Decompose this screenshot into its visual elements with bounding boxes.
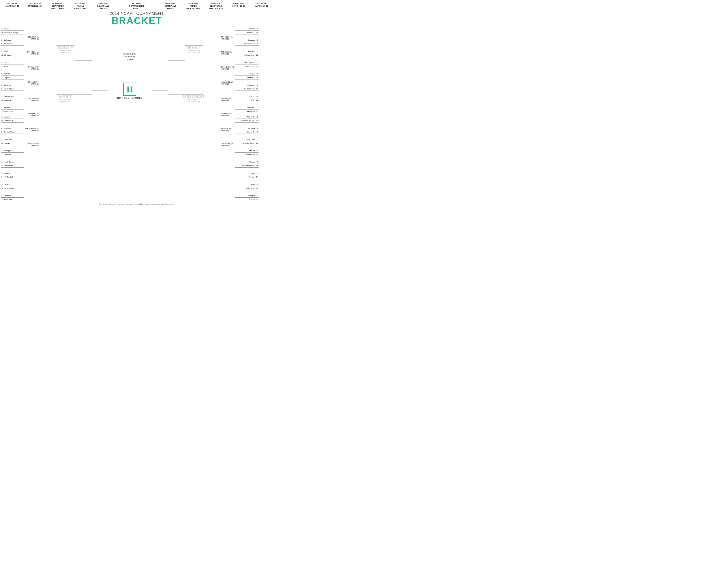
right-r4 [168,27,185,124]
left-locations: ORLANDO, FLMARCH 22 SAN DIEGO, CAMARCH 2… [24,27,39,149]
col-header-9: REGIONALSEMIFINALS March 27–28 [205,2,227,10]
south-r2-slot3 [39,64,56,68]
center-section: AT&T STADIUMARLINGTON,TEXAS H HUFFPOST S… [108,27,152,99]
left-r5 [92,27,108,151]
team-s1: 1Florida [1,27,24,31]
team-s3: 3Syracuse [1,83,24,87]
team-s13: 13Tulsa [1,64,24,68]
east-r2-slot1 [39,92,56,96]
team-e9: 9George Wash. [1,130,24,134]
team-e3: 3Iowa St. [1,171,24,175]
team-e4: 4Michigan St. [1,149,24,152]
bracket-wrapper: 2ND ROUND March 20–21 3RD ROUND March 22… [0,0,274,207]
east-r2-slot2 [39,107,56,111]
loc-south-3: BUFFALO, NYMARCH 22 [24,64,39,72]
midwest-r2-slot4 [203,137,220,141]
team-w13: N. Mexico St.13 [235,64,259,68]
loc-east-1: RALEIGH, NCMARCH 23 [24,96,39,104]
col-header-10: 3RD ROUND March 22–23 [227,2,250,10]
left-r4 [75,27,92,124]
bracket-body: 1Florida 16Albany/MS Mary's 8Colorado 9P… [1,27,274,201]
west-r2-slot3 [203,64,220,68]
team-s12: 12SF Austin [1,53,24,57]
loc-east-2: SPOKANE, WAMARCH 22 [24,111,39,119]
col-header-8: REGIONALFINALS March 29–30 [182,2,205,10]
team-m12: NC State/Xavier12 [235,141,259,145]
left-semifinal-slot [92,87,108,91]
left-r2 [39,27,56,141]
huffpost-logo: H HUFFPOST SPORTS [117,83,142,99]
west-r2-slot4 [203,79,220,83]
team-w2: Wisconsin2 [235,106,259,109]
midwest-r2-slot3 [203,122,220,126]
bracket-label: BRACKET [1,16,273,26]
loc-midwest-1: ST. LOUIS, MOMARCH 23 [220,96,235,104]
right-r1-teams: Arizona1 Weber St.16 Gonzaga8 Oklahoma S… [235,27,259,201]
south-r3-slot2 [56,57,75,61]
team-e6: 6North Carolina [1,160,24,164]
team-s6: 6Ohio St. [1,72,24,76]
team-m1: Wichita St.1 [235,115,259,119]
team-e12: 12Harvard [1,141,24,145]
midwest-r2-slot2 [203,107,220,111]
col-header-2: 3RD ROUND March 22–23 [24,2,46,10]
east-r2-slot4 [39,137,56,141]
south-r4-slot [75,57,92,61]
west-r2-slot1 [203,34,220,38]
team-w6: Baylor6 [235,72,259,76]
south-r2-slot1 [39,34,56,38]
team-w16: Weber St.16 [235,31,259,34]
natl-champ-slot1 [116,40,143,44]
col-header-11: 2ND ROUND March 20–21 [250,2,273,10]
team-m9: Kansas St.9 [235,130,259,134]
bracket-title: 2014 NCAA TOURNAMENT BRACKET [1,11,273,26]
right-semifinal-slot [152,87,168,91]
team-s7: 7New Mexico [1,94,24,98]
loc-midwest-4: MILWAUKEE, WIMARCH 22 [220,141,235,149]
team-m8: Kentucky8 [235,126,259,130]
team-w4: San Diego St.4 [235,61,259,64]
team-e2: 2Villanova [1,194,24,197]
east-r2-slot3 [39,122,56,126]
team-e15: 15Milwaukee [1,197,24,201]
south-r2-slot4 [39,79,56,83]
east-r3-slot2 [56,106,75,110]
team-s2: 2Kansas [1,106,24,109]
team-w15: American15 [235,109,259,113]
team-w10: BYU10 [235,98,259,102]
team-w1: Arizona1 [235,27,259,31]
team-s15: 15Eastern Ky. [1,109,24,113]
team-w8: Gonzaga8 [235,38,259,42]
team-m15: Wofford15 [235,197,259,201]
huffpost-text: HUFFPOST SPORTS [117,97,142,99]
team-e8: 8Memphis [1,126,24,130]
loc-midwest-2: ORLANDO, FLMARCH 22 [220,111,235,119]
loc-east-4: BUFFALO, NYMARCH 22 [24,141,39,149]
col-header-6: NATIONALCHAMPIONSHIP April 7 [114,2,159,10]
west-r2-slot2 [203,49,220,53]
team-w3: Creighton3 [235,83,259,87]
team-w11: Nebraska11 [235,76,259,79]
loc-west-2: SPOKANE, WAMARCH 22 [220,49,235,57]
team-e11: 11Providence [1,164,24,167]
east-r4-slot [75,91,92,94]
loc-south-2: SAN DIEGO, CAMARCH 23 [24,49,39,57]
team-s11: 11Dayton [1,76,24,79]
natl-champ-slot2 [116,70,143,73]
team-w12: N. Dakota St.12 [235,53,259,57]
team-m10: Arizona St.10 [235,186,259,190]
team-m5: Saint Louis5 [235,137,259,141]
team-m11: Iowa/Tennessee11 [235,164,259,167]
loc-west-1: SAN DIEGO, CAMARCH 23 [220,34,235,42]
south-region-info: MEMPHIS, TENN.MARCH 27 & 29 [56,49,75,53]
team-s16: 16Albany/MS Mary's [1,31,24,34]
loc-south-1: ORLANDO, FLMARCH 22 [24,34,39,42]
team-m14: Mercer14 [235,175,259,179]
team-s8: 8Colorado [1,38,24,42]
team-s9: 9Pittsburgh [1,42,24,46]
right-r3: WEST ANAHEIM, CALIF.MARCH 27 & 29 MIDWES… [185,27,203,125]
team-w9: Oklahoma St.9 [235,42,259,46]
right-locations: SAN DIEGO, CAMARCH 23 SPOKANE, WAMARCH 2… [220,27,235,149]
team-e14: 14NC Central [1,175,24,179]
col-header-7: NATIONALSEMIFINALS April 5 [159,2,182,10]
